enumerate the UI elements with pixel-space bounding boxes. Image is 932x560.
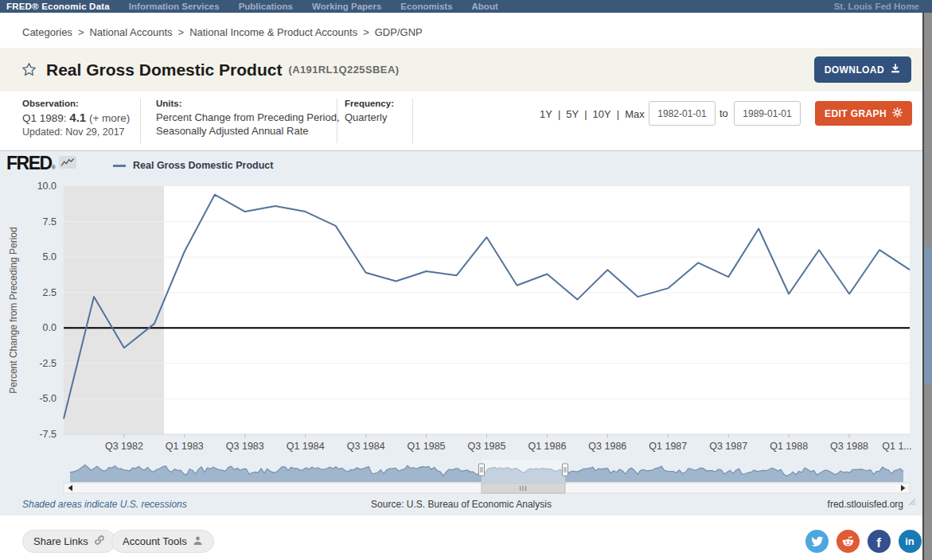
nav-item-working-papers[interactable]: Working Papers — [312, 2, 381, 11]
y-tick-label: 10.0 — [37, 181, 57, 192]
breadcrumb-separator: > — [78, 26, 84, 38]
fred-page: FRED® Economic Data Information Services… — [0, 0, 932, 560]
page-scrollbar-thumb[interactable] — [924, 247, 932, 384]
download-icon — [890, 63, 901, 76]
breadcrumb-separator: > — [178, 26, 185, 38]
x-tick-label: Q1 1987 — [649, 441, 687, 452]
nav-item-about[interactable]: About — [472, 2, 498, 11]
twitter-icon[interactable] — [805, 530, 829, 553]
x-tick-label: Q1 1986 — [528, 441, 566, 452]
bottom-bar: Share Links Account Tools f in — [0, 515, 922, 560]
breadcrumb-gdp-gnp[interactable]: GDP/GNP — [375, 26, 423, 38]
y-tick-label: -2.5 — [39, 358, 57, 369]
page-title: Real Gross Domestic Product — [46, 60, 282, 80]
favorite-star-icon[interactable] — [21, 62, 37, 77]
range-presets: 1Y|5Y|10Y|Max — [540, 108, 645, 120]
download-button-label: DOWNLOAD — [825, 64, 884, 76]
y-tick-label: -5.0 — [39, 393, 57, 404]
y-tick-label: 5.0 — [43, 251, 57, 262]
x-tick-label: Q3 1987 — [709, 441, 747, 452]
observation-period: Q1 1989: — [22, 112, 67, 124]
x-tick-label: Q1 1984 — [287, 441, 325, 452]
x-tick-label: Q3 1982 — [105, 441, 143, 452]
start-date-input[interactable] — [649, 101, 716, 126]
chart-source: Source: U.S. Bureau of Economic Analysis — [0, 499, 922, 510]
end-date-input[interactable] — [734, 101, 801, 126]
brush-handle-right[interactable] — [563, 464, 568, 476]
top-nav: FRED® Economic Data Information Services… — [0, 0, 932, 13]
observation-updated: Updated: Nov 29, 2017 — [22, 126, 130, 138]
account-tools-label: Account Tools — [123, 535, 187, 547]
graph-container: FRED ® Real Gross Domestic Product Perce… — [0, 151, 922, 515]
share-links-label: Share Links — [33, 535, 88, 547]
nav-item-economists[interactable]: Economists — [400, 2, 452, 11]
x-tick-label: Q1 1985 — [408, 441, 446, 452]
facebook-icon[interactable]: f — [868, 530, 891, 553]
linkedin-in: in — [905, 535, 914, 547]
x-tick-label: Q3 1986 — [588, 441, 626, 452]
units-label: Units: — [156, 99, 340, 108]
download-button[interactable]: DOWNLOAD — [814, 56, 911, 83]
preset-separator: | — [584, 108, 587, 120]
range-preset-10y[interactable]: 10Y — [593, 108, 611, 120]
breadcrumb-bar: Categories>National Accounts>National In… — [0, 13, 922, 48]
x-tick-label: Q3 1988 — [830, 441, 868, 452]
resize-grip-icon[interactable] — [908, 495, 916, 509]
units-block: Units: Percent Change from Preceding Per… — [156, 99, 340, 138]
x-tick-label: Q1 1... — [882, 441, 912, 452]
breadcrumb-categories[interactable]: Categories — [22, 26, 72, 38]
chart-site-link[interactable]: fred.stlouisfed.org — [828, 499, 903, 510]
nav-item-information-services[interactable]: Information Services — [129, 2, 220, 11]
frequency-label: Frequency: — [345, 99, 394, 108]
observation-more-link[interactable]: (+ more) — [89, 112, 130, 124]
edit-graph-button[interactable]: EDIT GRAPH — [815, 101, 912, 126]
frequency-value: Quarterly — [345, 111, 394, 124]
fred-brand[interactable]: FRED® Economic Data — [6, 2, 110, 11]
x-tick-label: Q3 1984 — [347, 441, 385, 452]
edit-graph-label: EDIT GRAPH — [825, 108, 887, 119]
y-tick-label: 0.0 — [43, 322, 57, 333]
title-bar: Real Gross Domestic Product (A191RL1Q225… — [0, 48, 922, 91]
brush-handle-left[interactable] — [479, 464, 485, 476]
observation-value: 4.1 — [69, 111, 86, 124]
reddit-icon[interactable] — [836, 530, 860, 553]
x-tick-label: Q1 1983 — [166, 441, 204, 452]
range-preset-max[interactable]: Max — [625, 108, 645, 120]
units-value-line2: Seasonally Adjusted Annual Rate — [156, 124, 340, 138]
range-preset-1y[interactable]: 1Y — [540, 108, 552, 120]
observation-line: Q1 1989: 4.1 (+ more) — [22, 111, 130, 124]
divider — [140, 99, 141, 143]
info-bar: Observation: Q1 1989: 4.1 (+ more) Updat… — [0, 91, 922, 151]
nav-item-stlouis-fed-home[interactable]: St. Louis Fed Home — [834, 2, 919, 11]
share-links-button[interactable]: Share Links — [22, 530, 116, 553]
breadcrumb-separator: > — [363, 26, 369, 38]
date-range-to-label: to — [719, 107, 728, 119]
gear-icon — [892, 107, 903, 120]
units-value-line1: Percent Change from Preceding Period, — [156, 111, 340, 124]
person-icon — [193, 535, 203, 548]
nav-item-publications[interactable]: Publications — [239, 2, 293, 11]
brush-selection[interactable] — [482, 460, 565, 482]
preset-separator: | — [558, 108, 560, 120]
preset-separator: | — [617, 108, 619, 120]
breadcrumb-nipa[interactable]: National Income & Product Accounts — [189, 26, 357, 38]
y-tick-label: -7.5 — [39, 429, 57, 440]
link-icon — [94, 535, 105, 548]
scrollbar-thumb-grip: III — [519, 484, 527, 492]
y-tick-label: 2.5 — [43, 287, 57, 298]
range-preset-5y[interactable]: 5Y — [566, 108, 579, 120]
recession-band — [64, 186, 164, 434]
y-tick-label: 7.5 — [43, 216, 57, 228]
page-scrollbar[interactable] — [922, 12, 932, 560]
x-tick-label: Q1 1988 — [770, 441, 808, 452]
breadcrumb: Categories>National Accounts>National In… — [0, 13, 922, 38]
facebook-f: f — [876, 535, 881, 551]
x-tick-label: Q3 1985 — [468, 441, 506, 452]
account-tools-button[interactable]: Account Tools — [111, 530, 214, 553]
breadcrumb-national-accounts[interactable]: National Accounts — [89, 26, 172, 38]
linkedin-icon[interactable]: in — [899, 530, 922, 553]
observation-label: Observation: — [22, 99, 130, 108]
main-chart-svg: 10.07.55.02.50.0-2.5-5.0-7.5Q3 1982Q1 19… — [0, 151, 922, 515]
series-id: (A191RL1Q225SBEA) — [288, 64, 399, 76]
x-tick-label: Q3 1983 — [226, 441, 264, 452]
